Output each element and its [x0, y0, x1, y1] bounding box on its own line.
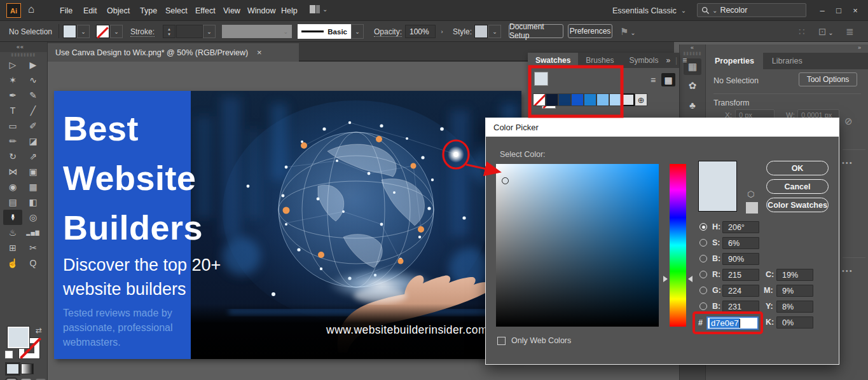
menu-effect[interactable]: Effect: [190, 0, 221, 21]
tab-swatches[interactable]: Swatches: [528, 53, 578, 68]
stroke-color-dropdown[interactable]: ⌄: [110, 25, 123, 38]
hex-input[interactable]: d7e0e7: [706, 316, 759, 330]
stroke-weight-dropdown[interactable]: ⌄: [203, 25, 216, 38]
eraser-tool[interactable]: ◪: [24, 133, 43, 149]
g-radio[interactable]: [699, 287, 707, 294]
eyedropper-tool[interactable]: ✒: [3, 210, 22, 225]
menu-file[interactable]: File: [55, 0, 78, 21]
dialog-title[interactable]: Color Picker: [486, 118, 839, 137]
tab-close-icon[interactable]: ×: [257, 48, 262, 57]
illustrator-logo-icon[interactable]: Ai: [6, 3, 21, 18]
paintbrush-tool[interactable]: ✐: [24, 118, 43, 133]
blend-tool[interactable]: ◎: [24, 210, 43, 225]
hue-slider[interactable]: [670, 164, 686, 327]
scale-tool[interactable]: ⇗: [24, 149, 43, 164]
symbol-sprayer-tool[interactable]: ♨: [3, 225, 22, 240]
maximize-button[interactable]: □: [830, 0, 847, 21]
magic-wand-tool[interactable]: ✶: [3, 72, 22, 88]
brush-definition-dropdown[interactable]: ⌄: [351, 24, 364, 39]
swap-fill-stroke-icon[interactable]: ⇄: [36, 326, 42, 335]
gradient-tool[interactable]: ◧: [24, 194, 43, 210]
swatch-color[interactable]: [546, 93, 558, 106]
minimize-button[interactable]: –: [814, 0, 830, 21]
collapse-tools-icon[interactable]: ««: [0, 42, 47, 52]
cancel-button[interactable]: Cancel: [766, 179, 829, 194]
hue-slider-right-arrow[interactable]: [688, 276, 692, 282]
b2-radio[interactable]: [699, 302, 707, 310]
menu-edit[interactable]: Edit: [78, 0, 102, 21]
document-layout-icon[interactable]: ≣: [846, 26, 854, 37]
dock-icon-brushes[interactable]: ✿: [684, 78, 701, 94]
hue-slider-left-arrow[interactable]: [663, 276, 668, 282]
workspace-selector[interactable]: Essentials Classic⌄: [612, 0, 686, 21]
only-web-colors-option[interactable]: Only Web Colors: [497, 336, 571, 345]
b-field[interactable]: 90%: [722, 253, 759, 265]
panel-menu-icon[interactable]: ≡: [682, 56, 687, 65]
menu-window[interactable]: Window: [242, 0, 280, 21]
rectangle-tool[interactable]: ▭: [3, 118, 22, 133]
h-radio[interactable]: [699, 223, 707, 231]
grid-view-button[interactable]: ▦: [661, 73, 675, 86]
pencil-tool[interactable]: ✏: [3, 133, 22, 149]
grid-options-icon[interactable]: ∷: [799, 26, 805, 37]
snap-options-icon[interactable]: ⚑ ⌄: [620, 26, 636, 37]
swatch-color[interactable]: [571, 93, 584, 106]
line-segment-tool[interactable]: ╱: [24, 103, 43, 118]
hand-tool[interactable]: ☝: [3, 255, 22, 271]
direct-selection-tool[interactable]: ▶: [24, 57, 43, 72]
swatch-color[interactable]: [609, 93, 622, 106]
tool-options-button[interactable]: Tool Options: [799, 72, 857, 86]
stroke-color-chip[interactable]: [96, 25, 109, 38]
preferences-button[interactable]: Preferences: [568, 24, 612, 38]
s-radio[interactable]: [699, 239, 707, 247]
tab-symbols[interactable]: Symbols: [621, 53, 666, 68]
out-of-web-gamut-icon[interactable]: ⬡: [747, 189, 754, 199]
fill-color-chip[interactable]: [63, 25, 76, 38]
web-safe-color-swatch[interactable]: [746, 202, 758, 214]
color-field[interactable]: [496, 164, 659, 327]
search-input[interactable]: ⌄ Recolor: [697, 3, 806, 17]
panel-fill-indicator[interactable]: [534, 72, 548, 86]
color-mode-button[interactable]: [6, 363, 19, 374]
free-transform-tool[interactable]: ▣: [24, 164, 43, 179]
artwork-image[interactable]: Best Website Builders Discover the top 2…: [54, 91, 521, 359]
menu-select[interactable]: Select: [160, 0, 193, 21]
stroke-weight-stepper[interactable]: ▴▾: [163, 25, 176, 38]
m-field[interactable]: 9%: [776, 285, 813, 297]
artboard-tool[interactable]: ⊞: [3, 240, 22, 255]
unlink-dimensions-icon[interactable]: ⊘: [844, 116, 853, 127]
document-setup-button[interactable]: Document Setup: [509, 24, 563, 38]
dock-icon-symbols[interactable]: ♣: [684, 97, 701, 113]
transform-more-options[interactable]: •••: [842, 159, 853, 166]
rotate-tool[interactable]: ↻: [3, 149, 22, 164]
color-field-marker[interactable]: [502, 177, 509, 184]
g-field[interactable]: 224: [722, 285, 759, 297]
fill-color-indicator[interactable]: [8, 327, 29, 348]
type-tool[interactable]: T: [3, 103, 22, 118]
y-field[interactable]: 8%: [776, 301, 813, 313]
r-field[interactable]: 215: [722, 269, 759, 281]
list-view-button[interactable]: ≡: [646, 73, 660, 86]
menu-type[interactable]: Type: [135, 0, 162, 21]
workspace-switcher-icon[interactable]: ⌄: [310, 5, 327, 13]
k-field[interactable]: 0%: [776, 316, 813, 329]
menu-object[interactable]: Object: [102, 0, 135, 21]
color-group-icon[interactable]: ⊕: [635, 93, 647, 106]
stroke-weight-label[interactable]: Stroke:: [130, 27, 155, 37]
tab-properties[interactable]: Properties: [706, 53, 763, 69]
mesh-tool[interactable]: ▤: [3, 194, 22, 210]
arrange-documents-icon[interactable]: ⊡ ⌄: [818, 26, 834, 37]
color-swatches-button[interactable]: Color Swatches: [766, 198, 829, 212]
b-radio[interactable]: [699, 255, 707, 262]
zoom-tool[interactable]: Q: [24, 255, 43, 271]
home-icon[interactable]: ⌂: [28, 3, 34, 16]
style-chip[interactable]: [474, 25, 488, 38]
b2-field[interactable]: 231: [722, 301, 759, 313]
swatch-color[interactable]: [584, 93, 596, 106]
slice-tool[interactable]: ✂: [24, 240, 43, 255]
width-tool[interactable]: ⋈: [3, 164, 22, 179]
dock-expand-icon[interactable]: »: [706, 44, 868, 53]
style-dropdown[interactable]: ⌄: [488, 25, 501, 38]
menu-help[interactable]: Help: [276, 0, 303, 21]
section-more-options[interactable]: •••: [842, 267, 853, 275]
